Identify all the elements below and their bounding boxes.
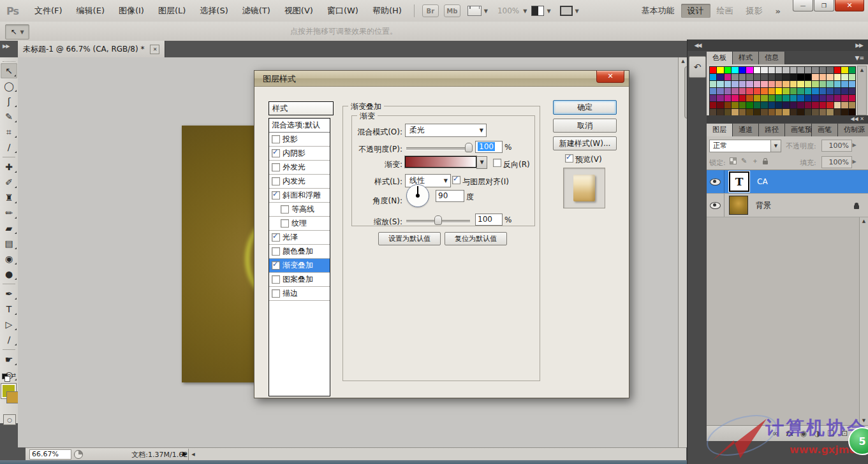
styles-header[interactable]: 样式 [268, 101, 334, 115]
color-swatch[interactable] [776, 74, 782, 80]
color-swatch[interactable] [761, 95, 767, 101]
opacity-slider[interactable] [406, 147, 470, 150]
color-swatch[interactable] [754, 67, 760, 73]
color-swatch[interactable] [746, 67, 753, 73]
color-swatch[interactable] [761, 109, 767, 115]
angle-value-field[interactable]: 90 [436, 190, 464, 202]
color-swatch[interactable] [739, 67, 746, 73]
color-swatch[interactable] [841, 74, 848, 80]
color-swatch[interactable] [849, 74, 855, 80]
color-swatch[interactable] [769, 74, 775, 80]
layer-thumbnail[interactable]: T [729, 171, 749, 192]
color-swatch[interactable] [849, 88, 855, 94]
color-swatch[interactable] [797, 74, 804, 80]
background-color-swatch[interactable] [6, 391, 18, 403]
color-swatch[interactable] [827, 95, 833, 101]
color-swatch[interactable] [790, 67, 797, 73]
menu-item[interactable]: 图像(I) [112, 5, 151, 17]
color-swatch[interactable] [834, 81, 841, 87]
style-checkbox[interactable] [272, 135, 280, 143]
layer-row[interactable]: 背景 [707, 194, 868, 217]
scale-slider-handle[interactable] [434, 215, 442, 225]
color-swatch[interactable] [754, 109, 760, 115]
layer-mask-icon[interactable]: ◉ [800, 429, 807, 438]
reset-default-button[interactable]: 复位为默认值 [445, 232, 507, 245]
close-button[interactable]: ✕ [835, 0, 864, 11]
new-style-button[interactable]: 新建样式(W)... [553, 136, 617, 150]
menu-item[interactable]: 帮助(H) [365, 5, 409, 17]
dialog-title-bar[interactable]: 图层样式 [254, 71, 629, 87]
dock-expand-icon[interactable]: ▶▶ [707, 40, 868, 51]
healing-brush-tool[interactable]: ✚ [0, 159, 18, 175]
style-checkbox[interactable] [272, 191, 280, 199]
color-swatch[interactable] [849, 95, 855, 101]
rulers-button[interactable]: ▼ [467, 6, 488, 16]
color-swatch[interactable] [739, 109, 746, 115]
color-swatch[interactable] [776, 81, 782, 87]
menu-item[interactable]: 选择(S) [193, 5, 235, 17]
color-swatch[interactable] [776, 95, 782, 101]
color-swatch[interactable] [841, 67, 848, 73]
style-item-内发光[interactable]: 内发光 [269, 175, 330, 189]
color-swatch[interactable] [739, 102, 746, 108]
color-swatch[interactable] [805, 67, 811, 73]
color-swatch[interactable] [841, 95, 848, 101]
tab-信息[interactable]: 信息 [759, 52, 785, 64]
color-swatch[interactable] [739, 95, 746, 101]
color-swatch[interactable] [761, 88, 767, 94]
color-swatch[interactable] [812, 109, 818, 115]
color-swatch[interactable] [820, 95, 826, 101]
color-swatch[interactable] [739, 81, 746, 87]
color-swatch[interactable] [710, 95, 716, 101]
tab-通道[interactable]: 通道 [733, 124, 759, 136]
tab-仿制源[interactable]: 仿制源 [838, 124, 868, 136]
color-swatch[interactable] [783, 67, 789, 73]
color-swatch[interactable] [732, 95, 738, 101]
vertical-scrollbar[interactable]: ▲ [678, 57, 688, 447]
tab-画笔预设[interactable]: 画笔预设 [785, 124, 812, 136]
style-checkbox[interactable] [272, 177, 280, 185]
color-swatch[interactable] [849, 109, 855, 115]
new-layer-icon[interactable]: ⊡ [841, 429, 848, 438]
color-swatch[interactable] [717, 95, 723, 101]
color-swatch[interactable] [732, 88, 738, 94]
color-swatch[interactable] [834, 74, 841, 80]
color-swatch[interactable] [783, 88, 789, 94]
dock-collapse-icon[interactable]: ◀◀ [850, 116, 858, 122]
color-swatch[interactable] [761, 102, 767, 108]
menu-item[interactable]: 视图(V) [277, 5, 320, 17]
color-swatch[interactable] [717, 74, 723, 80]
color-swatch[interactable] [849, 67, 855, 73]
style-checkbox[interactable] [281, 219, 289, 228]
color-swatch[interactable] [725, 95, 731, 101]
align-with-layer-checkbox[interactable] [452, 176, 460, 184]
color-swatch[interactable] [805, 109, 811, 115]
color-swatch[interactable] [769, 67, 775, 73]
color-swatch[interactable] [725, 67, 731, 73]
color-swatch[interactable] [761, 74, 767, 80]
color-swatch[interactable] [732, 102, 738, 108]
layer-row[interactable]: TCA [707, 170, 868, 194]
color-swatch[interactable] [812, 95, 818, 101]
color-swatch[interactable] [769, 109, 775, 115]
color-swatch[interactable] [849, 102, 855, 108]
brush-tool[interactable]: ✐ [0, 175, 18, 190]
scale-value-field[interactable]: 100 [475, 214, 503, 226]
smudge-tool[interactable]: ◉ [0, 251, 18, 266]
color-swatch[interactable] [827, 74, 833, 80]
arrange-documents-button[interactable]: ▼ [531, 6, 550, 16]
workspace-tab[interactable]: 设计 [681, 4, 710, 18]
zoom-level-button[interactable]: 100% [497, 6, 519, 15]
move-tool-preset-button[interactable]: ↖▼ [5, 24, 29, 40]
ok-button[interactable]: 确定 [553, 100, 617, 115]
menu-item[interactable]: 编辑(E) [70, 5, 112, 17]
lock-position-icon[interactable]: ＋ [751, 156, 758, 166]
eraser-tool[interactable]: ▰ [0, 221, 18, 236]
color-swatch[interactable] [783, 81, 789, 87]
color-swatch[interactable] [790, 109, 797, 115]
color-swatch[interactable] [827, 81, 833, 87]
color-swatch[interactable] [732, 74, 738, 80]
toolbar-grip[interactable] [3, 58, 15, 62]
color-swatch[interactable] [746, 81, 753, 87]
scroll-up-icon[interactable]: ▲ [860, 217, 868, 226]
